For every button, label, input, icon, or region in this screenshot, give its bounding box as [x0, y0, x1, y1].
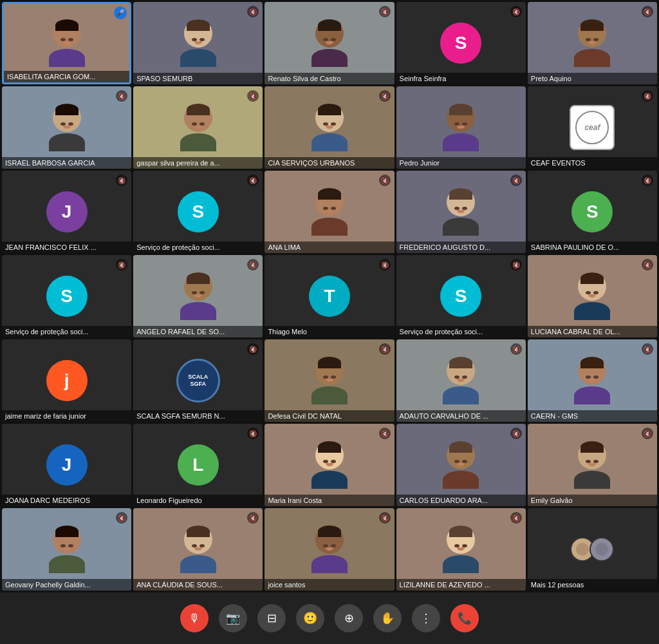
participant-cell: S 🔇 Seinfra Seinfra: [396, 2, 526, 84]
participant-cell: J 🔇 JEAN FRANCISCO FELIX ...: [2, 171, 131, 253]
mute-icon: 🔇: [642, 6, 653, 17]
mute-icon: 🔇: [379, 90, 391, 102]
more-button[interactable]: ⋮: [412, 604, 440, 632]
captions-button[interactable]: ⊟: [257, 604, 286, 632]
participant-name: JEAN FRANCISCO FELIX ...: [2, 242, 131, 253]
avatar: T: [309, 276, 350, 317]
avatar: J: [46, 191, 88, 232]
mute-icon: 🔇: [247, 343, 259, 355]
participant-cell: 🔇 ANA CLÁUDIA DE SOUS...: [133, 508, 263, 591]
mute-icon: 🔇: [510, 259, 522, 270]
participant-name: jaime mariz de faria junior: [2, 410, 131, 422]
participant-cell: J JOANA DARC MEDEIROS: [2, 424, 131, 506]
participant-name: Serviço de proteção soci...: [396, 326, 526, 337]
participant-cell: 🔇 CAERN - GMS: [528, 339, 657, 422]
participant-cell: S 🔇 SABRINA PAULINO DE O...: [528, 171, 657, 253]
participant-cell: 🔇 CARLOS EDUARDO ARA...: [396, 424, 526, 506]
participant-cell: 🔇 FREDERICO AUGUSTO D...: [396, 171, 526, 253]
mute-icon: 🔇: [642, 343, 653, 355]
participant-name: CEAF EVENTOS: [528, 157, 657, 169]
participant-cell: 🎤 ISABELITA GARCIA GOM...: [2, 2, 131, 84]
end-button[interactable]: 📞: [450, 604, 479, 632]
participant-name: Geovany Pachelly Galdin...: [2, 579, 131, 591]
participant-name: LUCIANA CABRAL DE OL...: [528, 326, 657, 337]
participant-cell: Pedro Junior: [396, 86, 526, 169]
participant-cell: SCALASGFA 🔇 SCALA SGFA SEMURB N...: [133, 339, 263, 422]
participant-cell: 🔇 CIA SERVIÇOS URBANOS: [265, 86, 394, 169]
participant-cell: 🔇 ISRAEL BARBOSA GARCIA: [2, 86, 131, 169]
mute-icon: 🔇: [379, 428, 391, 439]
participant-cell: ceaf 🔇 CEAF EVENTOS: [528, 86, 657, 169]
participant-name: SCALA SGFA SEMURB N...: [133, 410, 263, 422]
participant-name: ADAUTO CARVALHO DE ...: [396, 410, 526, 422]
mute-icon: 🔇: [379, 6, 391, 17]
avatar: L: [178, 444, 219, 486]
participant-cell: S 🔇 Serviço de proteção soci...: [133, 171, 263, 253]
participant-name: SABRINA PAULINO DE O...: [528, 242, 657, 253]
participant-name: Seinfra Seinfra: [396, 73, 526, 84]
mute-icon: 🔇: [247, 175, 259, 186]
participant-cell: 🔇 gaspar silva pereira de a...: [133, 86, 263, 169]
participant-name: Maria Irani Costa: [265, 495, 394, 506]
participant-name: ANGELO RAFAEL DE SO...: [133, 326, 263, 337]
participant-name: gaspar silva pereira de a...: [133, 157, 263, 169]
participant-cell: 🔇 ANGELO RAFAEL DE SO...: [133, 255, 263, 337]
participant-name: Serviço de proteção soci...: [2, 326, 131, 337]
participant-name: Mais 12 pessoas: [528, 579, 657, 591]
participant-name: ISABELITA GARCIA GOM...: [4, 71, 129, 82]
mute-icon: 🔇: [379, 512, 391, 524]
more-people-cell: [570, 537, 614, 562]
mute-icon: 🔇: [642, 259, 653, 270]
participant-name: joice santos: [265, 579, 394, 591]
avatar: S: [440, 23, 481, 64]
participant-cell: 🔇 Defesa Civil DC NATAL: [265, 339, 394, 422]
mute-icon: 🔇: [510, 6, 522, 17]
participant-cell: 🔇 Emily Galvão: [528, 424, 657, 506]
participant-name: ANA LIMA: [265, 242, 394, 253]
hand-button[interactable]: ✋: [373, 604, 402, 632]
participant-name: CARLOS EDUARDO ARA...: [396, 495, 526, 506]
avatar: J: [46, 444, 88, 486]
participant-cell: 🔇 Renato Silva de Castro: [265, 2, 394, 84]
participant-name: Pedro Junior: [396, 157, 526, 169]
mic-button[interactable]: 🎙: [180, 604, 209, 632]
participant-name: Thiago Melo: [265, 326, 394, 337]
avatar: j: [46, 360, 88, 401]
participant-cell: 🔇 LUCIANA CABRAL DE OL...: [528, 255, 657, 337]
mute-icon: 🔇: [116, 259, 127, 270]
participant-name: Renato Silva de Castro: [265, 73, 394, 84]
participant-cell: 🔇 Maria Irani Costa: [265, 424, 394, 506]
participant-name: FREDERICO AUGUSTO D...: [396, 242, 526, 253]
participant-cell: 🔇 Geovany Pachelly Galdin...: [2, 508, 131, 591]
participant-name: Emily Galvão: [528, 495, 657, 506]
emoji-button[interactable]: 🙂: [296, 604, 324, 632]
mute-icon: 🔇: [379, 175, 391, 186]
participant-name: SPASO SEMURB: [133, 73, 263, 84]
mute-icon: 🔇: [379, 259, 391, 270]
participant-cell: S 🔇 Serviço de proteção soci...: [396, 255, 526, 337]
camera-button[interactable]: 📷: [219, 604, 247, 632]
scala-logo: SCALASGFA: [176, 358, 221, 403]
mute-icon: 🔇: [642, 175, 653, 186]
participant-cell: 🔇 ADAUTO CARVALHO DE ...: [396, 339, 526, 422]
participant-cell: 🔇 LIZILANNE DE AZEVEDO ...: [396, 508, 526, 591]
mute-icon: 🔇: [510, 512, 522, 524]
mute-icon: 🔇: [510, 428, 522, 439]
mute-icon: 🔇: [247, 428, 259, 439]
participant-cell: Mais 12 pessoas: [528, 508, 657, 591]
video-conference-app: 🎤 ISABELITA GARCIA GOM... 🔇 SPASO SEMURB…: [0, 0, 659, 644]
share-button[interactable]: ⊕: [335, 604, 363, 632]
mute-icon: 🔇: [642, 428, 653, 439]
participant-cell: T 🔇 Thiago Melo: [265, 255, 394, 337]
participant-name: Preto Aquino: [528, 73, 657, 84]
avatar: S: [46, 276, 88, 317]
mute-icon: 🔇: [510, 343, 522, 355]
participant-grid: 🎤 ISABELITA GARCIA GOM... 🔇 SPASO SEMURB…: [0, 0, 659, 592]
toolbar: 🎙📷⊟🙂⊕✋⋮📞: [0, 592, 659, 644]
participant-cell: S 🔇 Serviço de proteção soci...: [2, 255, 131, 337]
participant-cell: 🔇 joice santos: [265, 508, 394, 591]
participant-name: LIZILANNE DE AZEVEDO ...: [396, 579, 526, 591]
participant-name: CAERN - GMS: [528, 410, 657, 422]
participant-name: CIA SERVIÇOS URBANOS: [265, 157, 394, 169]
ceaf-logo: ceaf: [570, 105, 615, 150]
